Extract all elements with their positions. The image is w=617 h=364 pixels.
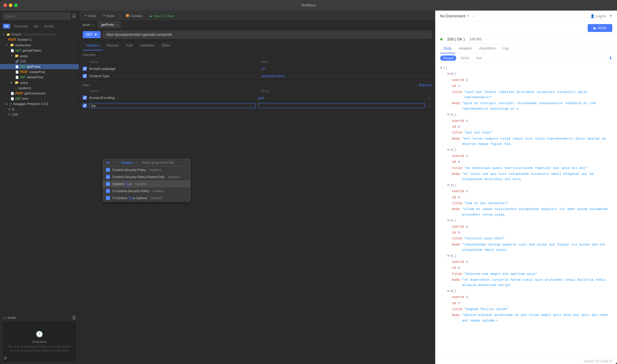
url-input[interactable] <box>103 31 432 38</box>
tree-item-scratch1[interactable]: POST Scratch 1 <box>0 37 79 42</box>
tree-item-posts-folder[interactable]: ▼ 📁 posts <box>0 53 79 59</box>
autocomplete-item-3[interactable]: H X-Content-Security-Policy headers <box>103 187 190 194</box>
search-input[interactable] <box>3 13 70 19</box>
own-checkbox-1[interactable] <box>83 104 87 108</box>
main-layout: ☰ All Requests Api Scripts ▼ 📁 Project /… <box>0 11 617 364</box>
download-icon[interactable]: ⬇ <box>609 56 612 60</box>
own-row-0: Accept-Encoding gzip ○ <box>79 94 435 101</box>
resp-tab-assertions[interactable]: Assertions <box>476 44 499 53</box>
json-item-1-body: body: "est rerum tempore vitae sequi sin… <box>443 136 612 147</box>
tree-item-getjwttoken[interactable]: 📄 GET getJwtToken <box>0 48 79 53</box>
add-button[interactable]: + <box>609 13 612 19</box>
redo-button[interactable]: ↪ Redo <box>101 13 116 18</box>
inherited-value-1: application/json <box>262 74 432 78</box>
tree-item-q[interactable]: ⚙ q <box>0 106 79 112</box>
json-item-1-arrow[interactable]: ▼ <box>447 112 449 117</box>
tree-arrow-users: ▶ <box>11 81 13 84</box>
json-root-arrow[interactable]: ▼ <box>440 65 442 71</box>
fmt-tab-parsed[interactable]: Parsed <box>440 55 456 61</box>
cookies-icon: 🍪 <box>126 14 130 18</box>
req-tab-params[interactable]: Params <box>103 41 122 50</box>
sidebar-tab-requests[interactable]: Requests <box>12 24 29 28</box>
inherited-name-0: Accept-Language <box>89 67 259 70</box>
tree-item-getcomments[interactable]: 📄 POST getComments <box>0 91 79 96</box>
own-delete-1[interactable]: ○ <box>427 104 432 108</box>
json-item-0-arrow[interactable]: ▼ <box>447 71 449 77</box>
tree-item-123[interactable]: 🔗 123 <box>0 59 79 64</box>
autocomplete-item-0[interactable]: H Content-Security-Policy headers <box>103 166 190 173</box>
tree-item-random1[interactable]: ≈ random1 <box>0 85 79 91</box>
json-item-2-arrow[interactable]: ▼ <box>447 147 449 153</box>
undo-button[interactable]: ↩ Undo <box>83 13 98 18</box>
resp-tab-body[interactable]: Body <box>440 44 455 53</box>
sidebar-menu-icon[interactable]: ☰ <box>72 14 76 18</box>
env-chevron-icon: ▼ <box>467 14 469 18</box>
json-item-1: ▼ 1 {} userId: 1 id: 2 title: "qui est e… <box>440 112 612 147</box>
autocomplete-item-4[interactable]: H X-Content-Type-Options headers <box>103 194 190 202</box>
tab-getposts[interactable]: getPosts × <box>98 21 121 28</box>
req-tab-headers[interactable]: Headers <box>83 41 103 50</box>
tab-close-posts[interactable]: × <box>92 23 94 26</box>
close-window-btn[interactable] <box>4 4 7 7</box>
sidebar-tab-all[interactable]: All <box>3 24 10 28</box>
drafts-title: ▭ Drafts <box>3 316 16 320</box>
tree-item-getposts[interactable]: 📄 GET getPosts <box>0 64 79 69</box>
right-panel: No Environment ▼ ⋯ 👤 Log In + ▶ RUN <box>435 11 617 364</box>
tree-item-myservice[interactable]: ▼ 📁 myService <box>0 42 79 48</box>
tree-item-createpost[interactable]: 📄 POST createPost <box>0 69 79 75</box>
tree-item-deletepost[interactable]: 📄 GET deletePost <box>0 75 79 80</box>
sidebar-tab-api[interactable]: Api <box>32 24 40 28</box>
autocomplete-tab-all[interactable]: all <box>106 161 109 164</box>
headers-panel: Inherited Name Value Accept-Language en <box>79 51 435 364</box>
drafts-menu-icon[interactable]: ☰ <box>72 315 76 320</box>
tree-item-tree[interactable]: 📄 GET tree <box>0 96 79 101</box>
inherited-checkbox-0[interactable] <box>83 67 87 71</box>
request-bar: GET ▼ <box>79 28 435 41</box>
own-delete-0[interactable]: ○ <box>427 96 432 100</box>
json-item-5-arrow[interactable]: ▼ <box>447 253 449 259</box>
redo-icon: ↪ <box>103 14 106 18</box>
json-item-4-arrow[interactable]: ▼ <box>447 218 449 223</box>
method-dropdown[interactable]: GET ▼ <box>83 31 101 38</box>
req-tab-other[interactable]: Other <box>158 41 174 50</box>
json-item-3-arrow[interactable]: ▼ <box>447 183 449 188</box>
autocomplete-tab-headers[interactable]: headers <box>121 161 133 164</box>
fmt-tab-text[interactable]: Text <box>473 55 485 61</box>
tree-item-swagger[interactable]: ▶ ≈ Swagger Petstore 1.0.3 <box>0 101 79 106</box>
own-checkbox-0[interactable] <box>83 96 87 100</box>
minimize-window-btn[interactable] <box>9 4 12 7</box>
autocomplete-item-2-selected[interactable]: H Content-Type headers <box>103 180 190 187</box>
autocomplete-item-icon-0: H <box>106 168 110 172</box>
sidebar-tab-scripts[interactable]: Scripts <box>43 24 56 28</box>
settings-icon[interactable]: ⚙ <box>4 356 7 360</box>
tree-item-project[interactable]: ▼ 📁 Project /Users/kotokur/projects/test… <box>0 32 79 37</box>
own-value-input-1[interactable] <box>258 103 425 108</box>
fmt-tab-json[interactable]: JSON <box>457 55 472 61</box>
autocomplete-header: all 3 · headers 5 Switch group (Shift+Ta… <box>103 159 190 166</box>
resp-tab-headers[interactable]: Headers <box>455 44 475 53</box>
tree-item-123-bottom[interactable]: ⚙ 123 <box>0 112 79 117</box>
own-name-input-1[interactable] <box>89 103 256 108</box>
link-icon-123: 🔗 <box>15 60 19 63</box>
inherited-checkbox-1[interactable] <box>83 74 87 78</box>
tab-close-getposts[interactable]: × <box>116 23 117 26</box>
json-item-3-userid: userId: 1 <box>443 188 612 194</box>
tab-posts[interactable]: posts × <box>79 21 98 28</box>
tree-arrow-project: ▼ <box>2 33 5 36</box>
autocomplete-item-1[interactable]: H Content-Security-Policy-Report-Only he… <box>103 173 190 180</box>
environment-selector[interactable]: No Environment ▼ ⋯ <box>440 14 476 18</box>
own-table-header: Name Va lue <box>79 88 435 94</box>
bulk-edit-button[interactable]: Bulk Edit <box>419 83 432 87</box>
drafts-icon: ▭ <box>3 316 6 320</box>
cookies-button[interactable]: 🍪 Cookies <box>124 13 144 18</box>
req-tab-auth[interactable]: Auth <box>122 41 137 50</box>
login-button[interactable]: 👤 Log In <box>590 14 606 18</box>
json-item-6-arrow[interactable]: ▼ <box>447 289 449 294</box>
json-tree: ▼ [{ ▼ 0 {} userId: 1 <box>440 65 612 324</box>
save-cloud-button[interactable]: ☁ Save In Cloud <box>148 13 176 18</box>
tree-item-users[interactable]: ▶ 📁 users <box>0 80 79 85</box>
maximize-window-btn[interactable] <box>14 4 18 7</box>
req-tab-variables[interactable]: Variables <box>136 41 158 50</box>
run-button[interactable]: ▶ RUN <box>588 24 612 32</box>
resp-tab-log[interactable]: Log <box>499 44 512 53</box>
